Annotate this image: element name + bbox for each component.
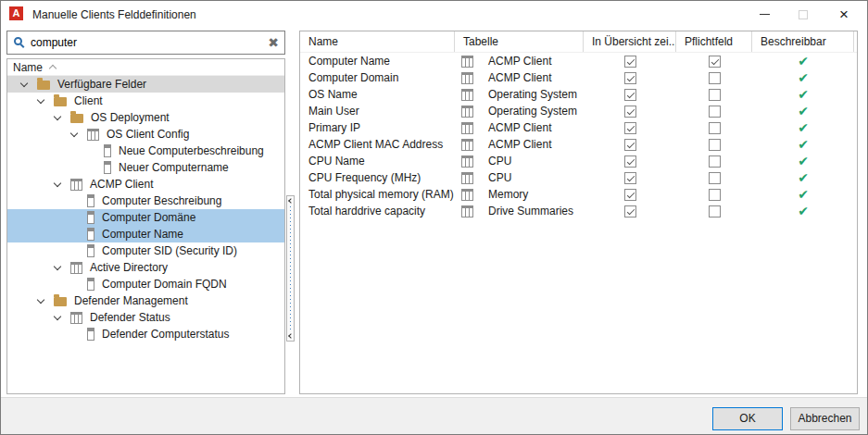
maximize-button [786, 1, 820, 28]
overview-checkbox[interactable] [624, 89, 636, 101]
grid-column-header[interactable]: Name [300, 31, 455, 52]
overview-checkbox[interactable] [624, 189, 636, 201]
mandatory-checkbox[interactable] [709, 89, 721, 101]
mandatory-checkbox[interactable] [709, 56, 721, 68]
writable-check-icon: ✔ [798, 71, 809, 84]
overview-checkbox[interactable] [624, 72, 636, 84]
grid-row[interactable]: CPU Name CPU ✔ [300, 153, 857, 169]
cancel-button[interactable]: Abbrechen [790, 407, 860, 430]
tree-item-label: ACMP Client [90, 178, 153, 191]
window-title: Manuelle Clients Felddefinitionen [32, 8, 196, 21]
chevron-down-icon[interactable] [52, 317, 63, 319]
sort-ascending-icon [49, 65, 57, 72]
grid-row[interactable]: Computer Domain ACMP Client ✔ [300, 69, 857, 86]
overview-checkbox[interactable] [624, 56, 636, 68]
titlebar: A Manuelle Clients Felddefinitionen × [1, 1, 867, 29]
tree-item[interactable]: ACMP Client [7, 176, 284, 193]
ok-button[interactable]: OK [712, 407, 783, 430]
mandatory-checkbox[interactable] [709, 72, 721, 84]
mandatory-checkbox[interactable] [709, 205, 721, 218]
grid-row[interactable]: Main User Operating System ✔ [300, 103, 857, 119]
overview-checkbox[interactable] [624, 139, 636, 151]
tree-item[interactable]: Defender Status [7, 309, 284, 326]
acmp-app-icon: A [9, 6, 23, 20]
overview-checkbox[interactable] [624, 172, 636, 184]
tree-item[interactable]: Neue Computerbeschreibung [7, 143, 284, 159]
field-icon [87, 211, 94, 224]
tree-item[interactable]: Computer SID (Security ID) [7, 242, 284, 259]
dialog-footer: OK Abbrechen [1, 397, 867, 435]
splitter-grip [290, 206, 291, 330]
collapse-left-icon[interactable] [288, 333, 294, 339]
overview-checkbox[interactable] [624, 155, 636, 168]
grid-column-header[interactable]: In Übersicht zei... [584, 31, 676, 52]
clear-search-icon[interactable]: ✖ [268, 36, 279, 49]
chevron-down-icon[interactable] [52, 267, 63, 269]
grid-row[interactable]: CPU Frequency (MHz) CPU ✔ [300, 169, 857, 186]
search-input[interactable] [27, 36, 268, 49]
tree-item[interactable]: Defender Computerstatus [7, 326, 284, 342]
chevron-down-icon[interactable] [35, 300, 46, 303]
overview-checkbox[interactable] [624, 205, 636, 218]
grid-row[interactable]: Computer Name ACMP Client ✔ [300, 53, 857, 69]
tree-item-label: Verfügbare Felder [57, 78, 146, 91]
overview-checkbox[interactable] [624, 106, 636, 118]
mandatory-checkbox[interactable] [709, 106, 721, 118]
chevron-down-icon[interactable] [35, 100, 46, 103]
field-name: Computer Name [308, 55, 390, 68]
tree-item-label: OS Client Config [107, 128, 189, 141]
collapse-left-icon[interactable] [288, 198, 294, 204]
tree-item[interactable]: Neuer Computername [7, 159, 284, 176]
grid-row[interactable]: Primary IP ACMP Client ✔ [300, 119, 857, 136]
tree-item[interactable]: Computer Domain FQDN [7, 276, 284, 292]
tree-item[interactable]: Computer Name [7, 226, 284, 242]
table-icon [461, 155, 473, 168]
table-name: Memory [488, 188, 528, 201]
grid-column-header[interactable]: Beschreibbar [752, 31, 854, 52]
close-button[interactable]: × [825, 1, 862, 28]
tree-item[interactable]: Defender Management [7, 292, 284, 309]
field-icon [87, 194, 94, 207]
table-name: Operating System [488, 105, 577, 118]
tree-item-label: Neuer Computername [119, 161, 229, 174]
mandatory-checkbox[interactable] [709, 139, 721, 151]
field-icon [104, 161, 111, 174]
tree-item[interactable]: Active Directory [7, 259, 284, 276]
field-name: CPU Frequency (MHz) [308, 171, 421, 184]
chevron-down-icon[interactable] [52, 183, 63, 186]
tree-item[interactable]: Computer Domäne [7, 209, 284, 226]
chevron-down-icon[interactable] [52, 117, 63, 119]
chevron-down-icon[interactable] [19, 83, 30, 86]
tree-item[interactable]: OS Client Config [7, 126, 284, 143]
tree-item[interactable]: OS Deployment [7, 109, 284, 126]
tree-item[interactable]: Computer Beschreibung [7, 193, 284, 209]
tree-item[interactable]: Client [7, 93, 284, 109]
table-icon [461, 106, 473, 118]
tree-item-label: Computer Domain FQDN [102, 278, 227, 291]
table-icon [461, 205, 473, 218]
grid-column-header[interactable]: Tabelle [455, 31, 584, 52]
grid-column-header[interactable]: Pflichtfeld [676, 31, 752, 52]
grid-row[interactable]: Total physical memory (RAM) Memory ✔ [300, 186, 857, 203]
grid-row[interactable]: ACMP Client MAC Address ACMP Client ✔ [300, 136, 857, 153]
minimize-button[interactable] [748, 1, 781, 28]
table-icon [461, 122, 473, 134]
grid-row[interactable]: Total harddrive capacity Drive Summaries… [300, 203, 857, 219]
mandatory-checkbox[interactable] [709, 122, 721, 134]
tree-item[interactable]: Verfügbare Felder [7, 76, 284, 93]
tree-item-label: Neue Computerbeschreibung [119, 144, 264, 157]
overview-checkbox[interactable] [624, 122, 636, 134]
panel-splitter[interactable] [286, 195, 295, 342]
grid-row[interactable]: OS Name Operating System ✔ [300, 86, 857, 103]
mandatory-checkbox[interactable] [709, 155, 721, 168]
mandatory-checkbox[interactable] [709, 172, 721, 184]
table-icon [70, 312, 82, 324]
chevron-down-icon[interactable] [69, 133, 80, 136]
tree-column-header[interactable]: Name [7, 59, 284, 76]
search-icon [13, 36, 27, 49]
mandatory-checkbox[interactable] [709, 189, 721, 201]
tree-header-label: Name [13, 61, 43, 74]
field-name: OS Name [308, 88, 358, 101]
tree-item-label: OS Deployment [91, 111, 170, 124]
writable-check-icon: ✔ [798, 121, 809, 134]
